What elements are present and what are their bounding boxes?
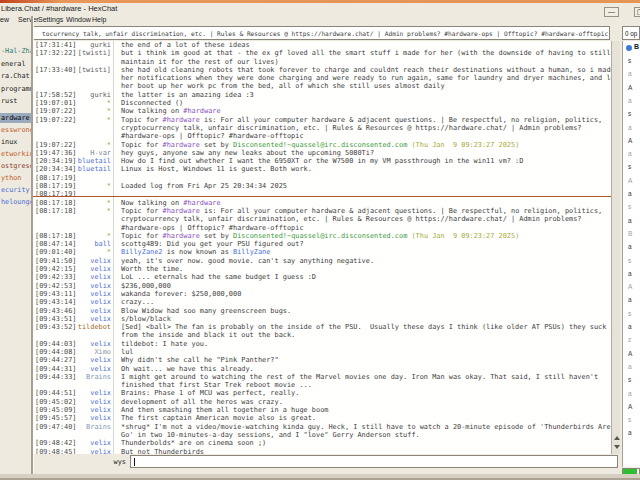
scroll-down-arrow-icon[interactable] [614, 445, 620, 449]
menu-item-settings[interactable]: Settings [38, 16, 63, 23]
timestamp [35, 224, 77, 232]
tree-item-ecurity[interactable]: ecurity [0, 185, 31, 195]
menu-item-help[interactable]: Help [92, 16, 106, 23]
message-text: yeah, it's over now. good movie. can't s… [121, 257, 611, 265]
user-list-item[interactable]: B [628, 230, 632, 237]
user-list-item[interactable]: s [628, 310, 631, 317]
text-cursor [134, 458, 135, 466]
tree-item-helounge[interactable]: helounge [0, 197, 31, 207]
nick: velix [77, 265, 111, 273]
timestamp: [09:43:46] [35, 307, 77, 315]
user-list-item[interactable]: s [628, 203, 631, 210]
user-list-item[interactable]: A [628, 137, 632, 144]
message-text: Now talking on #hardware [121, 107, 611, 115]
user-list-panel[interactable]: B saAasaAasAasaBasaAasazAasaAsa [622, 41, 640, 467]
channel-tree[interactable]: -Hal-Zhaeneralra.Chatprogrammrustardware… [0, 16, 31, 474]
tree-item-eneral[interactable]: eneral [0, 59, 31, 69]
timestamp [35, 82, 77, 90]
user-list-item[interactable]: s [628, 110, 631, 117]
user-list-item[interactable]: A [628, 350, 632, 357]
user-list-item[interactable]: A [628, 84, 632, 91]
tree-item--hal-zha[interactable]: -Hal-Zha [0, 46, 31, 56]
timestamp: [17:32:22] [35, 49, 77, 57]
user-list-item[interactable]: a [628, 296, 632, 303]
tree-item-ra.chat[interactable]: ra.Chat [0, 71, 31, 81]
user-list-item[interactable]: a [628, 150, 632, 157]
nick: [twisti] [77, 66, 111, 74]
timestamp: [08:17:19] [35, 174, 77, 182]
user-list-item[interactable]: s [628, 416, 631, 423]
message-text: Why didn't she call he "Pink Panther?" [121, 356, 611, 364]
user-list-item[interactable]: a [628, 363, 632, 370]
chat-row: [09:43:14]velixcrazy... [33, 298, 611, 306]
user-count-label: 0 op [625, 30, 637, 37]
op-status-dot-icon [626, 45, 632, 51]
chat-row: [09:44:03]velixtildebot: I hate you. [33, 340, 611, 348]
timestamp: [17:33:40] [35, 66, 77, 74]
user-list-item[interactable]: A [628, 283, 632, 290]
user-list-item[interactable]: a [628, 217, 632, 224]
user-list-item[interactable]: a [628, 243, 632, 250]
menu-item-window[interactable]: Window [66, 16, 91, 23]
tree-item-ardware[interactable]: ardware [0, 113, 31, 123]
nick [77, 215, 111, 223]
timestamp: [09:44:33] [35, 373, 77, 381]
user-list-item[interactable]: a [628, 429, 632, 436]
timestamp: [08:17:19] [35, 182, 77, 190]
message-text: Topic for #hardware is: For all your com… [121, 116, 611, 124]
tree-item-ostgresq[interactable]: ostgresq [0, 161, 31, 171]
user-list-item[interactable]: a [628, 124, 632, 131]
chat-row: [19:47:36]H-varhey guys, anyone saw any … [33, 149, 611, 157]
message-text: finished that first Star Trek reboot mov… [121, 381, 611, 389]
user-list-item[interactable]: s [628, 57, 631, 64]
user-list-item[interactable]: s [628, 376, 631, 383]
chat-message-area[interactable]: [17:31:41]gurkithe end of a lot of these… [33, 41, 611, 454]
user-list-item[interactable]: a [628, 97, 632, 104]
timestamp: [09:43:14] [35, 298, 77, 306]
titlebar[interactable]: Libera.Chat / #hardware - HexChat — ▢ [0, 3, 640, 16]
window-title: Libera.Chat / #hardware - HexChat [1, 4, 117, 13]
user-list-item[interactable]: B [634, 43, 639, 50]
chat-row: [09:44:31]velixOh wait... we have this a… [33, 365, 611, 373]
message-text: Disconnected () [121, 99, 611, 107]
chat-row: [09:48:42]velixThunderbolds* are on cine… [33, 439, 611, 447]
user-list-item[interactable]: a [628, 190, 632, 197]
message-text: Blow Widow had soo many greenscreen bugs… [121, 307, 611, 315]
nick: ball [77, 240, 111, 248]
scroll-up-arrow-icon[interactable] [614, 436, 620, 440]
message-input[interactable] [130, 455, 618, 468]
message-text: How do I find out whether I want the 695… [121, 157, 611, 165]
tree-item-esswrong[interactable]: esswrong [0, 125, 31, 135]
message-text: I might get around to watching the rest … [121, 373, 611, 381]
timestamp [35, 124, 77, 132]
chat-row: [17:32:22][twisti]but i think im good at… [33, 49, 611, 57]
user-list-item[interactable]: z [628, 336, 631, 343]
tree-item-programm[interactable]: programm [0, 84, 31, 94]
tree-item-rust[interactable]: rust [0, 96, 31, 106]
nick: velix [77, 307, 111, 315]
user-list-item[interactable]: s [628, 163, 631, 170]
timestamp: [09:44:27] [35, 356, 77, 364]
chat-scrollbar[interactable] [611, 41, 620, 454]
timestamp: [19:07:22] [35, 141, 77, 149]
user-list-item[interactable]: a [628, 390, 632, 397]
nick [77, 58, 111, 66]
tree-item-inux[interactable]: inux [0, 137, 31, 147]
message-text: Thunderbolds* are on cinema soon ;) [121, 439, 611, 447]
timestamp: [09:48:42] [35, 439, 77, 447]
timestamp [35, 58, 77, 66]
chat-row: [09:43:51]velixs/blow/black [33, 315, 611, 323]
user-list-item[interactable]: a [628, 323, 632, 330]
tree-item-etworkin[interactable]: etworkin [0, 149, 31, 159]
user-list-item[interactable]: A [628, 177, 632, 184]
message-text: Loaded log from Fri Apr 25 20:34:34 2025 [121, 182, 611, 190]
user-list-item[interactable]: a [628, 270, 632, 277]
chat-row: [09:44:27]velixWhy didn't she call he "P… [33, 356, 611, 364]
timestamp: [09:44:31] [35, 365, 77, 373]
user-list-item[interactable]: A [628, 403, 632, 410]
user-list-item[interactable]: s [628, 257, 631, 264]
topic-bar-input[interactable]: tocurrency talk, unfair discrimination, … [33, 26, 610, 40]
timestamp: [09:44:03] [35, 340, 77, 348]
tree-item-ython[interactable]: ython [0, 173, 31, 183]
user-list-item[interactable]: a [628, 70, 632, 77]
